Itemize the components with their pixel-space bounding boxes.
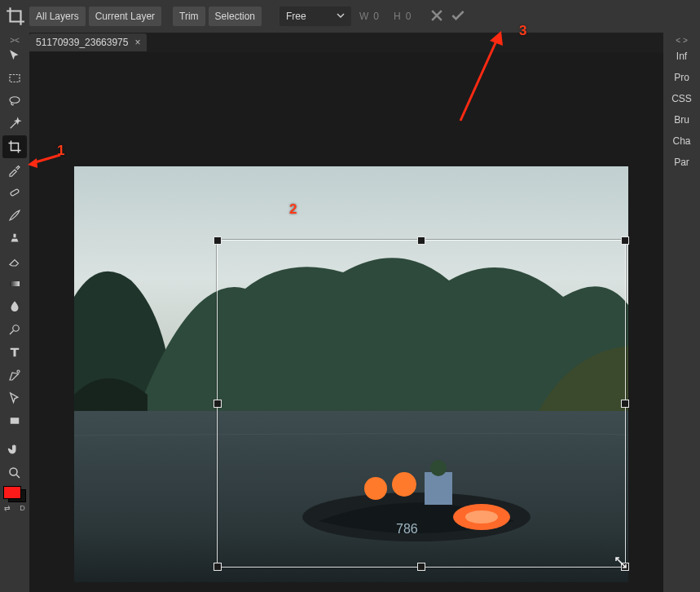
svg-point-4	[13, 325, 20, 332]
swatch-mini-labels: ⇄ D	[0, 504, 29, 512]
svg-rect-3	[10, 281, 20, 286]
crop-ratio-select[interactable]: Free	[280, 7, 351, 26]
canvas-area[interactable]: 786	[29, 52, 663, 592]
crop-icon	[5, 6, 26, 27]
document-tab[interactable]: 51170939_23663975 ×	[29, 33, 147, 51]
default-colors-icon[interactable]: D	[20, 504, 25, 512]
foreground-color-swatch[interactable]	[3, 486, 21, 499]
gradient-tool[interactable]	[2, 272, 27, 295]
svg-point-1	[10, 97, 20, 104]
selection-button[interactable]: Selection	[209, 7, 262, 26]
blur-tool[interactable]	[2, 295, 27, 318]
height-label: H	[394, 11, 401, 22]
crop-handle-right[interactable]	[621, 400, 629, 408]
svg-rect-6	[11, 417, 20, 424]
document-image[interactable]: 786	[74, 166, 628, 582]
right-expand-toggle[interactable]: < >	[663, 36, 700, 46]
path-select-tool[interactable]	[2, 387, 27, 409]
crop-bounding-box[interactable]	[217, 240, 626, 568]
panel-properties[interactable]: Pro	[663, 67, 700, 88]
lasso-tool[interactable]	[2, 90, 27, 113]
left-toolbar: >< ⇄ D	[0, 33, 29, 592]
panel-css[interactable]: CSS	[663, 88, 700, 109]
magic-wand-tool[interactable]	[2, 113, 27, 135]
close-tab-button[interactable]: ×	[134, 37, 140, 48]
color-swatches[interactable]	[3, 486, 26, 502]
eyedropper-tool[interactable]	[2, 158, 27, 181]
resize-cursor-icon	[614, 555, 628, 570]
zoom-tool[interactable]	[2, 462, 27, 484]
type-tool[interactable]	[2, 341, 27, 364]
svg-point-7	[10, 468, 17, 475]
crop-handle-left[interactable]	[214, 400, 222, 408]
swap-colors-icon[interactable]: ⇄	[4, 504, 11, 512]
dodge-tool[interactable]	[2, 318, 27, 341]
brush-tool[interactable]	[2, 204, 27, 227]
healing-tool[interactable]	[2, 181, 27, 204]
hand-tool[interactable]	[2, 439, 27, 462]
panel-paragraph[interactable]: Par	[663, 152, 700, 173]
width-value: 0	[373, 11, 379, 22]
shape-tool[interactable]	[2, 409, 27, 432]
marquee-tool[interactable]	[2, 67, 27, 90]
panel-info[interactable]: Inf	[663, 46, 700, 67]
right-panels: < > Inf Pro CSS Bru Cha Par	[663, 33, 700, 592]
eraser-tool[interactable]	[2, 250, 27, 272]
crop-handle-bottom-left[interactable]	[214, 563, 222, 571]
pen-tool[interactable]	[2, 364, 27, 387]
all-layers-button[interactable]: All Layers	[29, 7, 86, 26]
apply-crop-button[interactable]	[450, 7, 466, 26]
crop-handle-top-right[interactable]	[621, 236, 629, 245]
crop-handle-top[interactable]	[417, 236, 425, 245]
cancel-crop-button[interactable]	[429, 7, 445, 26]
crop-options-bar: All Layers Current Layer Trim Selection …	[0, 0, 700, 33]
trim-button[interactable]: Trim	[173, 7, 205, 26]
chevron-down-icon	[337, 11, 345, 22]
svg-marker-19	[490, 31, 503, 46]
height-value: 0	[406, 11, 412, 22]
toolbar-expand-toggle[interactable]: ><	[0, 36, 29, 44]
crop-ratio-value: Free	[286, 11, 306, 22]
current-layer-button[interactable]: Current Layer	[89, 7, 161, 26]
panel-character[interactable]: Cha	[663, 130, 700, 152]
svg-point-5	[17, 370, 20, 373]
clone-stamp-tool[interactable]	[2, 227, 27, 250]
svg-rect-2	[10, 188, 19, 196]
width-label: W	[359, 11, 368, 22]
document-tabbar: 51170939_23663975 ×	[29, 33, 147, 52]
move-tool[interactable]	[2, 44, 27, 67]
crop-tool[interactable]	[2, 135, 27, 158]
svg-rect-0	[10, 75, 20, 82]
crop-handle-top-left[interactable]	[214, 236, 222, 245]
panel-brush[interactable]: Bru	[663, 109, 700, 130]
document-tab-title: 51170939_23663975	[36, 37, 128, 48]
crop-handle-bottom[interactable]	[417, 563, 425, 571]
